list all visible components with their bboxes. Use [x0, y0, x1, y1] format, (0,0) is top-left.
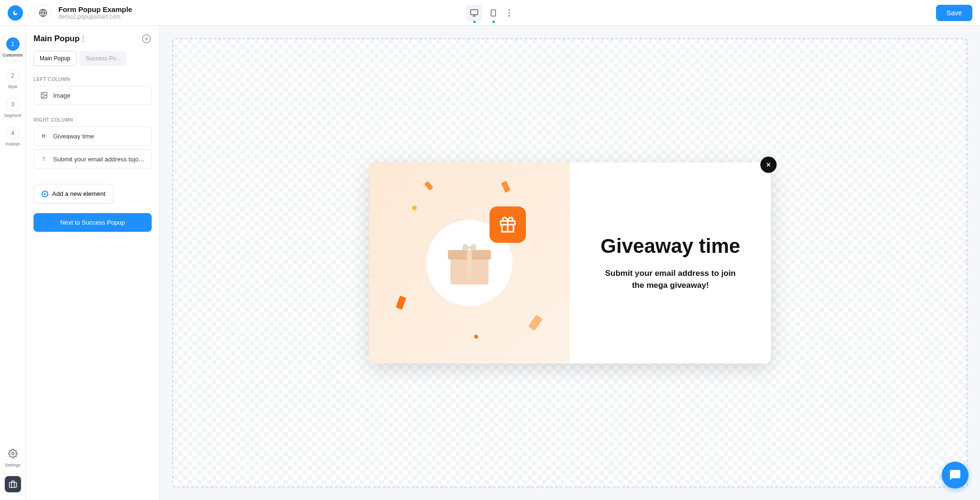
element-text[interactable]: T Submit your email address tojoin th... [33, 149, 152, 169]
svg-point-14 [83, 35, 84, 37]
confetti-icon [528, 315, 543, 331]
text-icon: T [40, 155, 48, 163]
svg-point-21 [43, 94, 44, 95]
confetti-icon [412, 205, 417, 210]
step-segment[interactable]: 3 Segment [1, 98, 24, 118]
element-image[interactable]: Image [33, 86, 152, 105]
plus-icon: + [42, 191, 48, 197]
title-more-icon[interactable] [82, 35, 84, 42]
image-icon [40, 91, 48, 100]
settings-label: Settings [5, 463, 21, 467]
settings-button[interactable] [5, 445, 21, 462]
popup-preview: Giveaway time Submit your email address … [369, 162, 771, 364]
confetti-icon [396, 295, 406, 309]
mobile-preview-button[interactable] [485, 5, 501, 21]
svg-point-16 [83, 41, 84, 42]
step-label: Customize [2, 53, 23, 57]
heading-icon: H [40, 132, 48, 140]
globe-icon [34, 4, 52, 22]
svg-point-1 [15, 11, 18, 13]
svg-point-15 [83, 38, 84, 40]
element-label: Submit your email address tojoin th... [53, 156, 145, 163]
element-label: Image [53, 92, 145, 99]
mobile-active-dot [492, 21, 495, 23]
gift-badge-icon [490, 206, 526, 243]
svg-rect-13 [9, 482, 16, 488]
popup-close-button[interactable] [760, 157, 777, 173]
step-number: 2 [6, 69, 20, 82]
right-column-label: RIGHT COLUMN [33, 117, 152, 123]
step-number: 3 [6, 98, 20, 111]
confetti-icon [474, 335, 478, 339]
svg-point-11 [509, 15, 510, 16]
svg-point-9 [509, 9, 510, 11]
save-button[interactable]: Save [936, 5, 972, 21]
tab-success-popup[interactable]: Success Po... [79, 51, 127, 66]
gift-circle [426, 220, 512, 306]
step-label: Style [8, 84, 17, 89]
desktop-active-dot [473, 21, 476, 23]
chat-help-button[interactable] [942, 462, 969, 489]
step-label: Segment [4, 113, 21, 118]
page-subtitle: demo2.popupsmart.com [58, 13, 132, 20]
svg-rect-7 [491, 10, 495, 16]
svg-text:T: T [43, 156, 46, 162]
tab-main-popup[interactable]: Main Popup [33, 51, 77, 66]
gift-box-icon [448, 241, 491, 284]
step-number: 1 [6, 37, 20, 51]
left-column-label: LEFT COLUMN [33, 77, 152, 82]
step-label: Publish [6, 142, 20, 147]
page-title: Form Popup Example [58, 5, 132, 13]
popup-subtext[interactable]: Submit your email address to join the me… [599, 267, 742, 292]
element-heading[interactable]: H Giveaway time [33, 126, 152, 146]
confetti-icon [501, 181, 511, 193]
canvas-frame: Giveaway time Submit your email address … [172, 38, 968, 488]
popup-image-panel[interactable] [369, 162, 570, 364]
app-logo[interactable] [8, 5, 23, 21]
svg-point-10 [509, 12, 510, 13]
confetti-icon [424, 181, 433, 191]
more-options-icon[interactable] [504, 5, 514, 21]
step-number: 4 [6, 126, 20, 140]
svg-text:H: H [42, 133, 45, 139]
add-popup-button[interactable] [141, 34, 152, 44]
svg-point-12 [11, 453, 14, 455]
next-button[interactable]: Next to Success Popup [33, 213, 152, 232]
add-element-label: Add a new element [52, 190, 105, 197]
popup-heading[interactable]: Giveaway time [601, 235, 740, 258]
svg-rect-4 [471, 10, 478, 15]
briefcase-button[interactable] [5, 476, 21, 492]
element-label: Giveaway time [53, 133, 145, 140]
step-style[interactable]: 2 Style [1, 69, 24, 89]
step-customize[interactable]: 1 Customize [1, 34, 24, 60]
desktop-preview-button[interactable] [466, 5, 482, 21]
sidebar-title: Main Popup [33, 34, 79, 44]
add-element-button[interactable]: + Add a new element [33, 184, 113, 204]
step-publish[interactable]: 4 Publish [1, 126, 24, 147]
